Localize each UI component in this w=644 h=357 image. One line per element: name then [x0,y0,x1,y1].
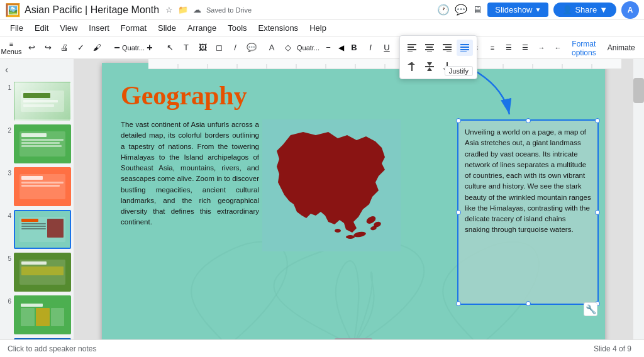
slide-num-7: 7 [3,338,11,339]
insert-comment-button[interactable]: 💬 [244,40,259,56]
slide-thumbnail-5[interactable]: 5 [3,253,71,292]
handle-rm[interactable] [595,210,600,215]
handle-bm[interactable] [526,301,531,306]
spellcheck-button[interactable]: ✓ [73,40,88,56]
avatar[interactable]: A [621,1,639,19]
speaker-notes-placeholder[interactable]: Click to add speaker notes [8,344,589,353]
bottombar: Click to add speaker notes Slide 4 of 9 [0,339,644,357]
decrease-indent-button[interactable]: − [321,40,336,56]
doc-title[interactable]: Asian Pacific | Heritage Month [25,4,159,16]
zoom-in-button[interactable]: + [142,40,157,56]
chat-icon[interactable]: 💬 [455,4,467,16]
star-icon[interactable]: ☆ [165,5,173,14]
slide-thumbnail-4[interactable]: 4 [3,210,71,249]
menu-arrange[interactable]: Arrange [182,22,221,34]
handle-tm[interactable] [526,118,531,123]
underline-button[interactable]: U [379,40,394,56]
text-wrench-icon[interactable]: 🔧 [584,302,597,316]
slide-panel: ‹ 1 2 [0,59,74,339]
list-button[interactable]: ☰ [518,40,533,56]
handle-tr[interactable] [595,118,600,123]
slide-thumbnail-3[interactable]: 3 [3,167,71,206]
slide-num-4: 4 [3,210,11,219]
history-icon[interactable]: 🕐 [437,4,450,16]
slide-body-text[interactable]: The vast continent of Asia unfurls acros… [121,119,259,228]
handle-lm[interactable] [456,210,461,215]
canvas-area[interactable]: Geography The vast continent of Asia unf… [74,59,633,339]
popup-align-right-button[interactable] [439,40,455,56]
svg-rect-8 [443,44,452,45]
asia-map[interactable] [262,119,401,251]
svg-rect-11 [447,52,452,52]
slide-canvas[interactable]: Geography The vast continent of Asia unf… [102,63,605,339]
insert-shape-button[interactable]: ◻ [211,40,226,56]
undo-button[interactable]: ↩ [24,40,39,56]
slide-thumbnail-6[interactable]: 6 [3,295,71,334]
share-button[interactable]: 👤 Share ▼ [553,3,616,17]
bold-button[interactable]: B [347,40,362,56]
asia-map-svg [265,123,397,248]
paint-format-button[interactable]: 🖌 [89,40,104,56]
slideshow-chevron-icon: ▼ [535,6,541,13]
insert-image-button[interactable]: 🖼 [195,40,210,56]
slide-title[interactable]: Geography [121,80,247,111]
slide-thumbnail-7[interactable]: 7 [3,338,71,339]
menu-slide[interactable]: Slide [153,22,181,34]
format-options-button[interactable]: Format options [567,40,601,56]
cloud-icon[interactable]: ☁ [193,5,201,14]
slide-thumbnail-1[interactable]: 1 [3,82,71,121]
toolbar-collapse-button[interactable]: ▲ [641,40,644,56]
scroll-thumb[interactable] [633,78,644,103]
slide-indicator: Slide 4 of 9 [594,344,631,353]
svg-marker-20 [427,67,432,71]
slide-preview-5[interactable] [14,253,71,292]
popup-align-justify-button[interactable] [457,40,473,56]
popup-align-left-button[interactable] [404,40,420,56]
right-scrollbar[interactable] [633,59,644,339]
background-color-button[interactable]: A [264,40,279,56]
move-icon[interactable]: 📁 [178,5,188,14]
slide-preview-7[interactable] [14,338,71,339]
redo-button[interactable]: ↪ [40,40,55,56]
slide-thumbnail-2[interactable]: 2 [3,124,71,163]
slide-preview-2[interactable] [14,124,71,163]
border-color-button[interactable]: ◇ [280,40,296,56]
font-style-button[interactable]: Quatr... [301,40,316,56]
screen-icon[interactable]: 🖥 [472,4,482,16]
popup-valign-top-button[interactable] [404,58,420,75]
handle-bl[interactable] [456,301,461,306]
slideshow-button[interactable]: Slideshow ▼ [487,3,548,17]
cursor-button[interactable]: ↖ [162,40,177,56]
menus-button[interactable]: ≡ Menus [4,40,19,56]
insert-line-button[interactable]: / [228,40,243,56]
slide-preview-6[interactable] [14,295,71,334]
menu-view[interactable]: View [55,22,82,34]
svg-point-46 [335,229,341,233]
italic-button[interactable]: I [363,40,378,56]
slide-inner-4 [15,211,70,248]
animate-button[interactable]: Animate [602,40,640,56]
print-button[interactable]: 🖨 [57,40,72,56]
more-indent-button[interactable]: → [534,40,549,56]
menu-tools[interactable]: Tools [223,22,252,34]
menu-edit[interactable]: Edit [30,22,53,34]
insert-textbox-button[interactable]: T [179,40,194,56]
popup-valign-middle-button[interactable] [421,58,438,75]
handle-tl[interactable] [456,118,461,123]
slide-preview-1[interactable] [14,82,71,121]
checklist-button[interactable]: ☰ [501,40,516,56]
menu-extensions[interactable]: Extensions [253,22,304,34]
collapse-panel-button[interactable]: ‹ [5,64,8,75]
slide-num-2: 2 [3,124,11,134]
slide-preview-3[interactable] [14,167,71,206]
decrease-indent2-button[interactable]: ← [550,40,565,56]
popup-align-center-button[interactable] [421,40,438,56]
menu-format[interactable]: Format [116,22,152,34]
right-text-box[interactable]: Unveiling a world on a page, a map of As… [457,119,599,305]
share-icon: 👤 [562,5,572,14]
menu-insert[interactable]: Insert [84,22,114,34]
menu-help[interactable]: Help [304,22,331,34]
line-spacing-button[interactable]: ≡ [485,40,500,56]
slide-preview-4[interactable] [14,210,71,249]
menu-file[interactable]: File [5,22,28,34]
